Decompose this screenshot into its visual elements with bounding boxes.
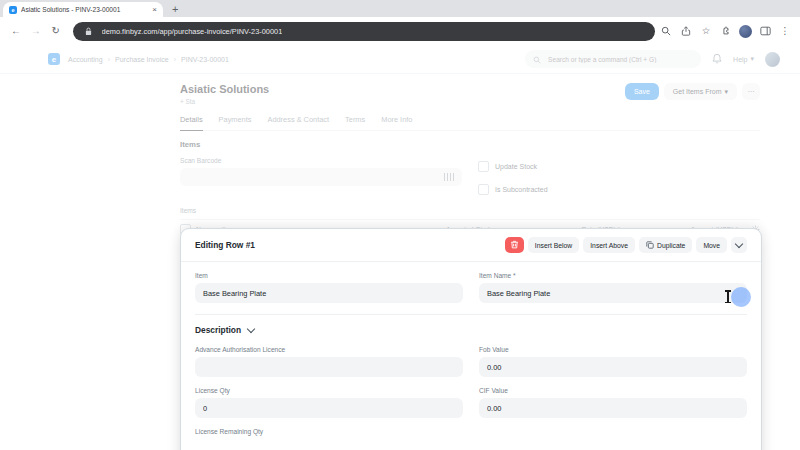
license-remaining-qty-label: License Remaining Qty — [195, 428, 463, 435]
app-page: e Accounting › Purchase Invoice › PINV-2… — [0, 45, 800, 450]
scan-barcode-input[interactable] — [180, 168, 462, 186]
page-title: Asiatic Solutions — [180, 83, 269, 95]
cif-value-label: CIF Value — [479, 387, 747, 394]
license-qty-field: License Qty — [195, 387, 463, 418]
share-icon[interactable] — [679, 24, 693, 38]
update-stock-label: Update Stock — [495, 163, 537, 170]
page-header-left: Asiatic Solutions + Sta — [180, 83, 269, 105]
duplicate-button[interactable]: Duplicate — [639, 237, 692, 253]
text-cursor-ibeam — [727, 291, 729, 302]
extensions-puzzle-icon[interactable] — [719, 24, 733, 38]
tab-more-info[interactable]: More Info — [381, 115, 412, 130]
row-editor-actions: Insert Below Insert Above Duplicate Move — [505, 237, 747, 253]
description-section-label: Description — [195, 325, 241, 335]
breadcrumb-item[interactable]: PINV-23-00001 — [181, 56, 229, 63]
more-actions-button[interactable]: ⋯ — [742, 83, 760, 100]
fob-value-input[interactable] — [479, 357, 747, 377]
chevron-down-icon — [247, 325, 255, 333]
search-icon — [533, 50, 541, 68]
items-section-title: Items — [180, 140, 760, 149]
row-editor-body: Item Item Name * Description Advance — [181, 262, 761, 450]
tab-payments[interactable]: Payments — [219, 115, 252, 130]
insert-above-button[interactable]: Insert Above — [583, 237, 635, 253]
license-remaining-qty-field: License Remaining Qty — [195, 428, 463, 439]
navbar-actions: Help ▾ — [525, 50, 780, 68]
row-editor-panel: Editing Row #1 Insert Below Insert Above… — [180, 228, 762, 450]
item-input[interactable] — [195, 283, 463, 303]
new-tab-icon[interactable]: + — [172, 4, 178, 15]
item-name-input[interactable] — [479, 283, 747, 303]
move-button[interactable]: Move — [696, 237, 727, 253]
section-divider — [195, 314, 747, 315]
browser-tab[interactable]: e Asiatic Solutions - PINV-23-00001 × — [3, 2, 163, 17]
back-icon[interactable]: ← — [8, 26, 24, 36]
page-header: Asiatic Solutions + Sta Save Get Items F… — [0, 74, 800, 105]
tab-terms[interactable]: Terms — [345, 115, 365, 130]
lock-icon — [82, 24, 96, 38]
scan-barcode-field: Scan Barcode — [180, 149, 462, 195]
license-qty-label: License Qty — [195, 387, 463, 394]
is-subcontracted-checkbox[interactable] — [478, 184, 489, 195]
tab-details[interactable]: Details — [180, 115, 203, 131]
side-panel-icon[interactable] — [758, 24, 772, 38]
advance-authorisation-licence-input[interactable] — [195, 357, 463, 377]
browser-actions: ☆ ⋮ — [659, 24, 792, 38]
delete-row-button[interactable] — [505, 237, 524, 253]
update-stock-checkbox[interactable] — [478, 161, 489, 172]
cif-value-field: CIF Value — [479, 387, 747, 418]
notifications-bell-icon[interactable] — [712, 50, 722, 68]
form-tabs: Details Payments Address & Contact Terms… — [180, 115, 760, 131]
browser-tab-strip: e Asiatic Solutions - PINV-23-00001 × + — [0, 0, 800, 17]
tab-address-contact[interactable]: Address & Contact — [267, 115, 329, 130]
cif-value-input[interactable] — [479, 398, 747, 418]
breadcrumb: Accounting › Purchase Invoice › PINV-23-… — [68, 56, 229, 63]
chevron-down-icon — [735, 240, 743, 248]
row-editor-title: Editing Row #1 — [195, 240, 255, 250]
description-section-toggle[interactable]: Description — [195, 325, 747, 335]
help-menu[interactable]: Help ▾ — [733, 55, 754, 63]
stock-checkboxes: Update Stock Is Subcontracted — [478, 149, 760, 195]
user-avatar[interactable] — [765, 52, 780, 67]
collapse-row-button[interactable] — [731, 237, 747, 253]
help-label: Help — [733, 56, 747, 63]
get-items-from-label: Get Items From — [673, 88, 722, 95]
page-subtitle: + Sta — [180, 98, 269, 105]
app-navbar: e Accounting › Purchase Invoice › PINV-2… — [0, 45, 800, 74]
browser-profile-avatar[interactable] — [739, 25, 752, 38]
search-icon[interactable] — [659, 24, 673, 38]
app-logo[interactable]: e — [48, 53, 60, 65]
tab-close-icon[interactable]: × — [152, 6, 157, 14]
item-name-label: Item Name * — [479, 272, 747, 279]
bookmark-star-icon[interactable]: ☆ — [699, 24, 713, 38]
browser-toolbar: ← → ↻ demo.finbyz.com/app/purchase-invoi… — [0, 17, 800, 46]
copy-icon — [646, 241, 654, 250]
is-subcontracted-checkbox-row[interactable]: Is Subcontracted — [478, 184, 760, 195]
browser-menu-icon[interactable]: ⋮ — [778, 24, 792, 38]
breadcrumb-separator-icon: › — [108, 56, 110, 63]
dimmed-page-content: e Accounting › Purchase Invoice › PINV-2… — [0, 45, 800, 239]
tab-title: Asiatic Solutions - PINV-23-00001 — [21, 6, 148, 13]
license-qty-input[interactable] — [195, 398, 463, 418]
insert-below-button[interactable]: Insert Below — [528, 237, 579, 253]
refresh-icon[interactable]: ↻ — [48, 26, 64, 36]
get-items-from-button[interactable]: Get Items From ▾ — [664, 83, 737, 100]
is-subcontracted-label: Is Subcontracted — [495, 186, 548, 193]
global-search[interactable] — [525, 50, 701, 68]
duplicate-label: Duplicate — [657, 242, 685, 249]
click-highlight — [731, 287, 751, 307]
page-header-actions: Save Get Items From ▾ ⋯ — [625, 83, 760, 100]
address-bar[interactable]: demo.finbyz.com/app/purchase-invoice/PIN… — [73, 22, 655, 41]
fob-value-label: Fob Value — [479, 346, 747, 353]
caret-down-icon: ▾ — [750, 55, 754, 63]
item-name-field: Item Name * — [479, 272, 747, 303]
form-area: Items Scan Barcode Update Stock — [180, 140, 760, 239]
advance-authorisation-licence-field: Advance Authorisation Licence — [195, 346, 463, 377]
save-button[interactable]: Save — [625, 83, 659, 100]
update-stock-checkbox-row[interactable]: Update Stock — [478, 161, 760, 172]
breadcrumb-separator-icon: › — [174, 56, 176, 63]
global-search-input[interactable] — [546, 55, 693, 64]
breadcrumb-item[interactable]: Accounting — [68, 56, 103, 63]
trash-icon — [510, 240, 519, 250]
breadcrumb-item[interactable]: Purchase Invoice — [115, 56, 169, 63]
forward-icon[interactable]: → — [28, 26, 44, 36]
